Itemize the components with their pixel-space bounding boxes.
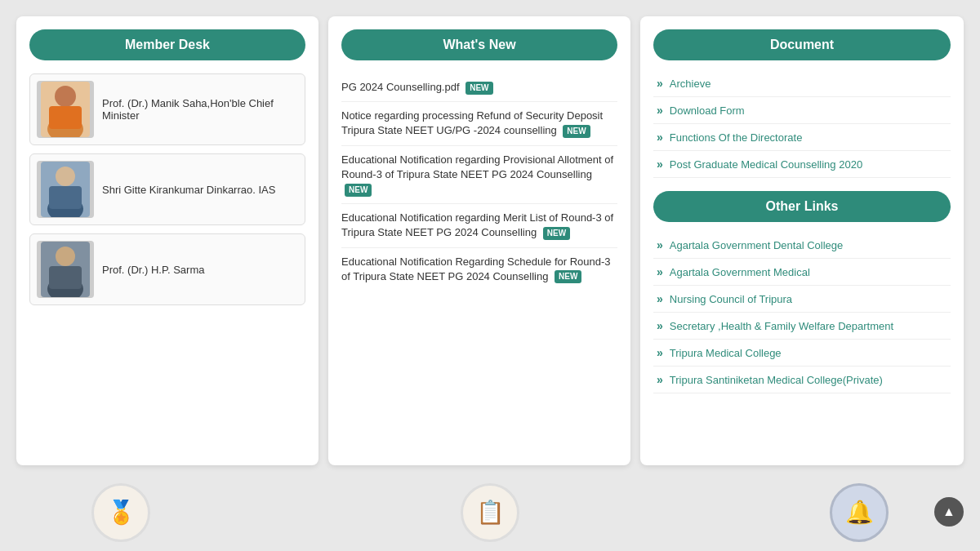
arrow-icon-8: »	[657, 346, 663, 359]
member-name-2: Shri Gitte Kirankumar Dinkarrao. IAS	[102, 184, 275, 196]
arrow-icon-9: »	[657, 373, 663, 386]
doc-link-download-form[interactable]: » Download Form	[653, 97, 951, 124]
avatar-2	[37, 161, 94, 218]
arrow-icon-2: »	[657, 131, 663, 144]
member-item-2[interactable]: Shri Gitte Kirankumar Dinkarrao. IAS	[29, 153, 305, 225]
link-nursing-council[interactable]: » Nursing Council of Tripura	[653, 286, 951, 313]
document-header: Document	[653, 29, 951, 60]
whats-new-header: What's New	[341, 29, 617, 60]
scroll-to-top-button[interactable]: ▲	[934, 497, 964, 527]
svg-rect-3	[49, 106, 82, 129]
new-badge-1: NEW	[563, 125, 590, 138]
bell-icon-circle[interactable]: 🔔	[830, 483, 889, 542]
link-santiniketan[interactable]: » Tripura Santiniketan Medical College(P…	[653, 367, 951, 393]
document-links-panel: Document » Archieve » Download Form » Fu…	[640, 16, 964, 465]
svg-point-9	[56, 247, 75, 266]
link-dental-college[interactable]: » Agartala Government Dental College	[653, 232, 951, 259]
svg-point-5	[56, 167, 75, 186]
arrow-icon-5: »	[657, 265, 663, 278]
whats-new-panel: What's New PG 2024 Counselling.pdf NEW N…	[328, 16, 630, 465]
new-badge-2: NEW	[345, 184, 372, 197]
member-name-1: Prof. (Dr.) Manik Saha,Hon'ble Chief Min…	[102, 97, 298, 122]
avatar-1	[37, 81, 94, 138]
new-badge-3: NEW	[543, 227, 570, 240]
member-item-1[interactable]: Prof. (Dr.) Manik Saha,Hon'ble Chief Min…	[29, 73, 305, 145]
news-item-1[interactable]: Notice regarding processing Refund of Se…	[341, 102, 617, 145]
news-item-4[interactable]: Educational Notification Regarding Sched…	[341, 248, 617, 291]
link-tripura-medical[interactable]: » Tripura Medical College	[653, 340, 951, 367]
award-icon-circle[interactable]: 🏅	[91, 483, 150, 542]
doc-link-archieve[interactable]: » Archieve	[653, 70, 951, 97]
news-item-2[interactable]: Educational Notification regarding Provi…	[341, 146, 617, 205]
arrow-icon-4: »	[657, 238, 663, 251]
checklist-icon-circle[interactable]: 📋	[461, 483, 519, 542]
member-name-3: Prof. (Dr.) H.P. Sarma	[102, 264, 204, 276]
news-item-0[interactable]: PG 2024 Counselling.pdf NEW	[341, 73, 617, 102]
arrow-icon-6: »	[657, 292, 663, 305]
news-item-3[interactable]: Educational Notification regarding Merit…	[341, 204, 617, 247]
bottom-icons-bar: 🏅 📋 🔔	[0, 473, 980, 551]
link-govt-medical[interactable]: » Agartala Government Medical	[653, 259, 951, 286]
arrow-icon-7: »	[657, 319, 663, 332]
arrow-icon-1: »	[657, 104, 663, 117]
member-desk-panel: Member Desk Prof. (Dr.) Manik Saha,Hon'b…	[16, 16, 318, 465]
avatar-3	[37, 241, 94, 298]
arrow-icon-0: »	[657, 77, 663, 90]
svg-rect-11	[49, 266, 82, 289]
new-badge-4: NEW	[555, 270, 581, 283]
other-links-header: Other Links	[653, 191, 951, 222]
doc-link-functions[interactable]: » Functions Of the Directorate	[653, 124, 951, 151]
link-secretary-health[interactable]: » Secretary ,Health & Family Welfare Dep…	[653, 313, 951, 340]
new-badge-0: NEW	[466, 82, 492, 95]
member-desk-header: Member Desk	[29, 29, 305, 60]
svg-rect-7	[49, 186, 82, 209]
svg-point-1	[55, 86, 76, 107]
member-item-3[interactable]: Prof. (Dr.) H.P. Sarma	[29, 233, 305, 305]
doc-link-pg-counselling[interactable]: » Post Graduate Medical Counselling 2020	[653, 151, 951, 178]
arrow-icon-3: »	[657, 158, 663, 171]
